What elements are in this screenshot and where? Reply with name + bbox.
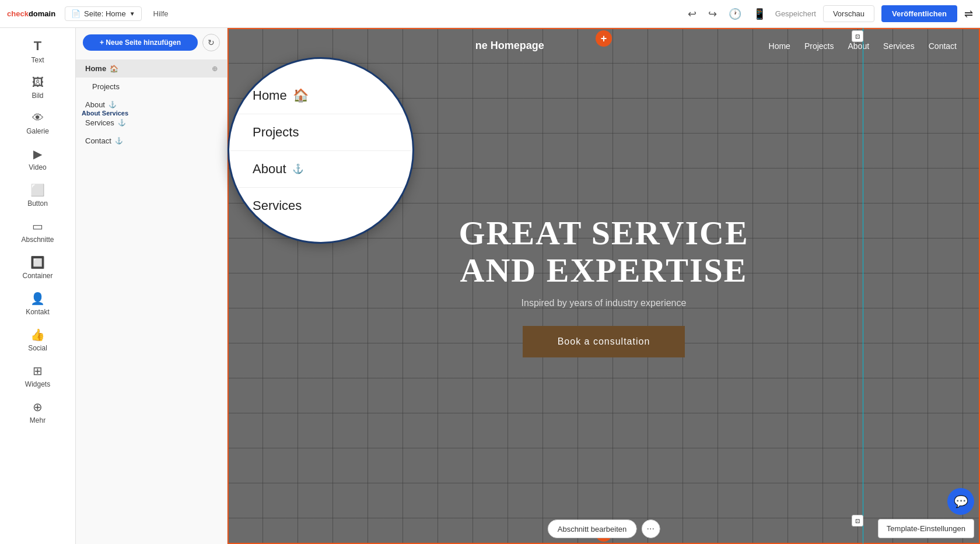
logo-domain: domain — [29, 9, 55, 18]
projects-page-label: Projects — [92, 82, 120, 91]
magnify-nav-projects[interactable]: Projects — [229, 114, 412, 151]
edit-section-button[interactable]: Abschnitt bearbeiten — [548, 520, 637, 538]
sidebar-item-mehr[interactable]: ⊕ Mehr — [0, 394, 75, 430]
guide-line — [863, 28, 863, 544]
saved-indicator: Gespeichert — [775, 9, 816, 18]
page-panel-header: + Neue Seite hinzufügen ↻ — [76, 28, 227, 57]
nav-link-home[interactable]: Home — [769, 41, 790, 51]
hero-subtitle: Inspired by years of industry experience — [459, 298, 748, 308]
chevron-down-icon: ▼ — [130, 10, 135, 17]
main-layout: T Text 🖼 Bild 👁 Galerie ▶ Video ⬜ Button… — [0, 28, 980, 544]
bottom-toolbar: Abschnitt bearbeiten ··· — [548, 520, 660, 538]
settings-icon-button[interactable]: ⇌ — [964, 8, 973, 20]
about-services-hint: About Services — [82, 110, 128, 117]
image-icon: 🖼 — [32, 76, 44, 89]
button-icon: ⬜ — [30, 183, 45, 197]
history-button[interactable]: 🕐 — [726, 5, 744, 23]
add-page-button[interactable]: + Neue Seite hinzufügen — [83, 34, 198, 51]
device-preview-button[interactable]: 📱 — [751, 5, 768, 23]
hilfe-button[interactable]: Hilfe — [146, 7, 176, 20]
services-page-label: Services — [85, 118, 114, 127]
page-panel: + Neue Seite hinzufügen ↻ Home 🏠 ⊕ Proje… — [76, 28, 228, 544]
sidebar-item-widgets[interactable]: ⊞ Widgets — [0, 358, 75, 394]
home-icon: 🏠 — [110, 65, 118, 73]
hero-content: GREAT SERVICE AND EXPERTISE Inspired by … — [459, 215, 748, 358]
sidebar-item-abschnitte[interactable]: ▭ Abschnitte — [0, 213, 75, 250]
sections-icon: ▭ — [32, 219, 43, 233]
text-icon: T — [34, 38, 41, 54]
nav-link-contact[interactable]: Contact — [929, 41, 957, 51]
hero-cta-button[interactable]: Book a consultation — [523, 326, 685, 357]
page-list-item-contact[interactable]: Contact ⚓ — [76, 132, 227, 150]
sidebar-item-label: Container — [22, 272, 52, 280]
sidebar-item-label: Video — [29, 163, 46, 171]
magnify-services-label: Services — [253, 198, 302, 213]
sidebar-item-label: Button — [27, 199, 48, 208]
anchor-icon: ⚓ — [108, 101, 117, 108]
edge-icon-bottom-right[interactable]: ⊡ — [852, 515, 863, 527]
video-icon: ▶ — [33, 147, 42, 161]
magnify-nav-about[interactable]: About ⚓ — [229, 151, 412, 188]
hero-title-line1: GREAT SERVICE — [459, 215, 748, 252]
page-tab[interactable]: 📄 Seite: Home ▼ — [65, 6, 141, 21]
sidebar-item-video[interactable]: ▶ Video — [0, 141, 75, 177]
sidebar-item-text[interactable]: T Text — [0, 33, 75, 70]
redo-button[interactable]: ↪ — [706, 5, 719, 23]
hero-title-line2: AND EXPERTISE — [459, 252, 748, 289]
sidebar-item-container[interactable]: 🔲 Container — [0, 250, 75, 286]
page-list-item-projects[interactable]: Projects — [76, 78, 227, 96]
page-tab-icon: 📄 — [71, 9, 80, 18]
sidebar-item-label: Bild — [32, 92, 43, 100]
sidebar-item-label: Text — [31, 56, 44, 64]
sidebar-item-label: Mehr — [30, 416, 46, 424]
sidebar-item-label: Widgets — [25, 380, 50, 388]
top-bar: checkdomain 📄 Seite: Home ▼ Hilfe ↩ ↪ 🕐 … — [0, 0, 980, 28]
gallery-icon: 👁 — [32, 111, 44, 125]
anchor-icon-services: ⚓ — [118, 119, 126, 127]
publish-button[interactable]: Veröffentlichen — [881, 5, 957, 22]
preview-button[interactable]: Vorschau — [823, 5, 874, 22]
anchor-icon-contact: ⚓ — [115, 137, 123, 145]
magnify-projects-label: Projects — [253, 125, 299, 140]
page-tab-label: Seite: Home — [84, 9, 126, 18]
undo-button[interactable]: ↩ — [685, 5, 699, 23]
social-icon: 👍 — [30, 328, 45, 342]
more-options-button[interactable]: ··· — [641, 520, 660, 538]
sidebar-item-bild[interactable]: 🖼 Bild — [0, 70, 75, 106]
template-settings-button[interactable]: Template-Einstellungen — [878, 519, 974, 538]
magnify-nav-home[interactable]: Home 🏠 — [229, 78, 412, 114]
sidebar-item-label: Abschnitte — [21, 236, 54, 244]
help-float-button[interactable]: 💬 — [947, 488, 974, 515]
page-list-item-home[interactable]: Home 🏠 ⊕ — [76, 59, 227, 78]
magnify-overlay: Home 🏠 Projects About ⚓ Services — [228, 57, 414, 244]
contact-page-label: Contact — [85, 136, 111, 145]
logo-text: checkdomain — [7, 9, 55, 18]
magnify-about-anchor: ⚓ — [292, 163, 304, 174]
website-nav-title: ne Homepage — [251, 40, 769, 52]
magnify-home-icon: 🏠 — [293, 88, 309, 103]
sidebar-item-button[interactable]: ⬜ Button — [0, 177, 75, 213]
page-list: Home 🏠 ⊕ Projects About ⚓ Services ⚓ Con… — [76, 57, 227, 152]
logo: checkdomain — [7, 9, 55, 18]
add-section-top-button[interactable]: + — [596, 30, 612, 47]
nav-link-projects[interactable]: Projects — [804, 41, 834, 51]
sync-button[interactable]: ↻ — [202, 34, 220, 51]
hero-title: GREAT SERVICE AND EXPERTISE — [459, 215, 748, 289]
top-bar-actions: ↩ ↪ 🕐 📱 Gespeichert Vorschau Veröffentli… — [685, 5, 973, 23]
nav-link-services[interactable]: Services — [883, 41, 915, 51]
magnify-home-label: Home — [253, 88, 287, 103]
nav-link-about[interactable]: About — [848, 41, 869, 51]
sidebar-item-social[interactable]: 👍 Social — [0, 322, 75, 358]
about-page-label: About — [85, 100, 105, 109]
page-item-actions: ⊕ — [212, 65, 218, 73]
sidebar-item-galerie[interactable]: 👁 Galerie — [0, 106, 75, 141]
edge-icon-top-right[interactable]: ⊡ — [852, 30, 863, 42]
sidebar-item-kontakt[interactable]: 👤 Kontakt — [0, 286, 75, 322]
contact-icon: 👤 — [30, 292, 45, 306]
sidebar-item-label: Galerie — [26, 127, 49, 135]
container-icon: 🔲 — [30, 255, 45, 269]
magnify-nav-services[interactable]: Services — [229, 188, 412, 224]
mehr-icon: ⊕ — [33, 400, 43, 414]
sidebar-item-label: Kontakt — [26, 308, 50, 316]
magnify-about-label: About — [253, 162, 286, 177]
